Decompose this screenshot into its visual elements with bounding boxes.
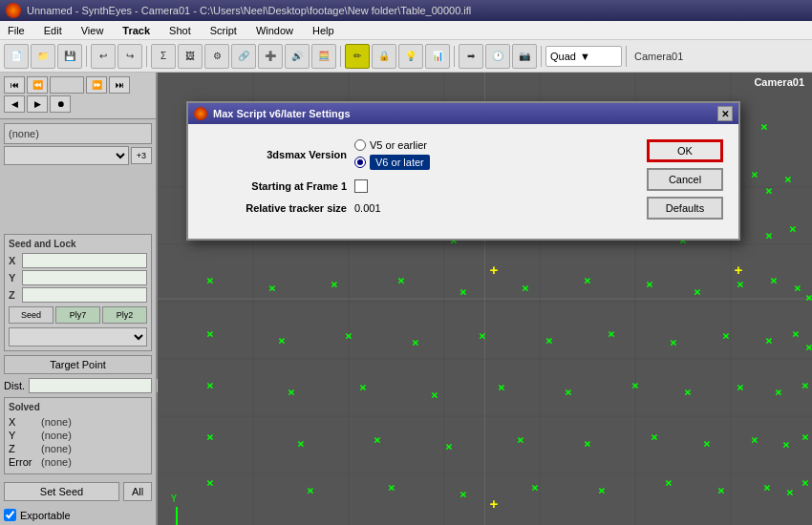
v6-radio[interactable] (354, 157, 366, 168)
ply7-btn[interactable]: Ply7 (55, 306, 100, 324)
nav-last[interactable]: ⏭ (109, 76, 130, 94)
svg-text:+: + (490, 496, 498, 512)
dialog-cancel-btn[interactable]: Cancel (647, 168, 723, 191)
menu-script[interactable]: Script (206, 23, 241, 38)
all-btn[interactable]: All (123, 482, 152, 501)
dialog-titlebar[interactable]: Max Script v6/later Settings ✕ (188, 103, 738, 124)
tracker-add-btn[interactable]: +3 (131, 147, 152, 164)
svg-text:×: × (794, 281, 801, 295)
z-input[interactable]: 0.000 (22, 287, 147, 303)
exportable-checkbox[interactable] (4, 509, 16, 521)
svg-text:×: × (792, 326, 800, 341)
tb-sep-1 (86, 46, 87, 67)
svg-text:×: × (206, 273, 214, 287)
starting-frame-checkbox[interactable] (354, 179, 368, 193)
solved-error-value: (none) (41, 456, 72, 468)
nav-prev[interactable]: ◀ (4, 95, 25, 113)
window-title: Unnamed - SynthEyes - Camera01 - C:\User… (27, 5, 471, 16)
ply2-btn[interactable]: Ply2 (102, 306, 147, 324)
toolbar-btn-7[interactable]: ➕ (258, 44, 283, 69)
toolbar-clock[interactable]: 🕐 (485, 44, 510, 69)
target-point-btn[interactable]: Target Point (4, 355, 152, 374)
svg-text:×: × (288, 385, 295, 399)
maxscript-dialog[interactable]: Max Script v6/later Settings ✕ 3dsmax Ve… (186, 101, 740, 241)
svg-text:×: × (598, 483, 606, 497)
v5-option[interactable]: V5 or earlier (354, 139, 430, 151)
y-input[interactable]: 0.000 (22, 270, 147, 285)
svg-text:×: × (206, 378, 214, 392)
dialog-close-btn[interactable]: ✕ (717, 106, 733, 121)
dialog-defaults-btn[interactable]: Defaults (647, 197, 723, 220)
v5-radio[interactable] (354, 139, 366, 151)
lock-dropdown[interactable] (9, 327, 147, 346)
seed-btn[interactable]: Seed (9, 306, 53, 324)
z-label: Z (9, 289, 18, 301)
menu-shot[interactable]: Shot (165, 23, 195, 38)
frame-controls: ⏮ ⏪ 243 ⏩ ⏭ ◀ ▶ ⏺ (0, 73, 156, 119)
toolbar-btn-9[interactable]: 🧮 (311, 44, 336, 69)
svg-text:×: × (297, 436, 305, 451)
nav-play[interactable]: ▶ (27, 95, 48, 113)
toolbar-undo[interactable]: ↩ (91, 44, 116, 69)
toolbar-btn-3[interactable]: 💾 (57, 44, 82, 69)
svg-text:×: × (459, 284, 467, 299)
svg-text:×: × (805, 340, 812, 354)
exportable-row: Exportable (4, 509, 152, 521)
svg-text:×: × (801, 430, 809, 444)
menu-file[interactable]: File (4, 23, 29, 38)
toolbar-btn-10[interactable]: ✏ (345, 44, 370, 69)
toolbar-redo[interactable]: ↪ (118, 44, 142, 69)
solved-y-label: Y (9, 430, 37, 441)
menu-help[interactable]: Help (309, 23, 338, 38)
tracker-size-label: Relative tracker size (203, 202, 347, 214)
toolbar-btn-11[interactable]: 🔒 (372, 44, 396, 69)
toolbar-btn-8[interactable]: 🔊 (285, 44, 310, 69)
dist-input[interactable]: 0.000 (29, 378, 152, 393)
dropdown-arrow-icon: ▼ (580, 51, 590, 62)
toolbar-btn-2[interactable]: 📁 (31, 44, 55, 69)
svg-text:×: × (359, 380, 367, 394)
starting-frame-checkbox-wrap (354, 179, 368, 193)
toolbar-arrow[interactable]: ➡ (459, 44, 483, 69)
svg-text:×: × (531, 480, 539, 494)
svg-text:×: × (684, 385, 692, 399)
toolbar-btn-5[interactable]: ⚙ (204, 44, 229, 69)
x-input[interactable]: 0.000 (22, 253, 147, 268)
viewport-mode-dropdown[interactable]: Quad ▼ (545, 46, 622, 67)
version-radio-group: V5 or earlier V6 or later (354, 139, 430, 170)
toolbar: 📄 📁 💾 ↩ ↪ Σ 🖼 ⚙ 🔗 ➕ 🔊 🧮 ✏ 🔒 💡 📊 ➡ 🕐 📷 Qu… (0, 40, 812, 73)
toolbar-btn-12[interactable]: 💡 (398, 44, 423, 69)
starting-frame-row: Starting at Frame 1 (203, 179, 635, 193)
menu-view[interactable]: View (77, 23, 108, 38)
svg-text:×: × (694, 284, 701, 299)
nav-prev-fast[interactable]: ⏪ (27, 76, 48, 94)
dialog-ok-btn[interactable]: OK (647, 139, 723, 162)
toolbar-camera[interactable]: 📷 (512, 44, 537, 69)
menu-edit[interactable]: Edit (40, 23, 66, 38)
menu-track[interactable]: Track (118, 23, 154, 38)
svg-text:×: × (206, 430, 214, 444)
nav-first[interactable]: ⏮ (4, 76, 25, 94)
dist-label: Dist. (4, 380, 25, 391)
nav-play-loop[interactable]: ⏺ (50, 95, 71, 113)
bottom-btns: Set Seed All (4, 482, 152, 501)
tracker-select[interactable] (4, 146, 129, 165)
solved-x-value: (none) (41, 416, 72, 428)
nav-next-fast[interactable]: ⏩ (86, 76, 107, 94)
svg-text:×: × (722, 328, 730, 343)
svg-text:×: × (584, 273, 591, 287)
toolbar-btn-6[interactable]: 🔗 (231, 44, 256, 69)
frame-number-input[interactable]: 243 (50, 76, 84, 94)
toolbar-btn-13[interactable]: 📊 (425, 44, 450, 69)
y-label: Y (9, 272, 18, 284)
toolbar-btn-1[interactable]: 📄 (4, 44, 29, 69)
v6-option[interactable]: V6 or later (354, 155, 430, 170)
dialog-left-panel: 3dsmax Version V5 or earlier V6 or later (203, 139, 635, 223)
solved-z-value: (none) (41, 443, 72, 454)
svg-text:×: × (374, 432, 381, 447)
menu-window[interactable]: Window (252, 23, 297, 38)
set-seed-btn[interactable]: Set Seed (4, 482, 119, 501)
toolbar-btn-4[interactable]: 🖼 (178, 44, 203, 69)
viewport[interactable]: 85 90 × × (158, 73, 812, 525)
toolbar-btn-sigma[interactable]: Σ (151, 44, 176, 69)
